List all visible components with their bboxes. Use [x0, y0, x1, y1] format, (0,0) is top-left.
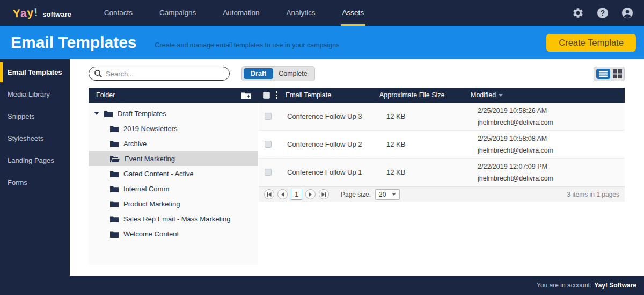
sidebar-item-landing-pages[interactable]: Landing Pages [0, 150, 70, 170]
modified-column-label: Modified [471, 91, 496, 99]
tree-node-product-marketing[interactable]: Product Marketing [89, 196, 258, 211]
template-modified: 2/25/2019 10:58:26 AM jhelmbrecht@delivr… [478, 105, 625, 128]
template-modified: 2/22/2019 12:07:09 PM jhelmbrecht@delivr… [478, 161, 625, 184]
toggle-draft-button[interactable]: Draft [244, 68, 273, 79]
folder-icon [104, 110, 113, 117]
sidebar-item-forms[interactable]: Forms [0, 172, 70, 192]
account-footer: You are in account: Yay! Software [0, 276, 644, 295]
sort-desc-icon [499, 94, 503, 97]
template-name[interactable]: Conference Follow Up 3 [287, 112, 386, 120]
tree-node-event-marketing[interactable]: Event Marketing [89, 151, 258, 166]
table-row: Conference Follow Up 1 12 KB 2/22/2019 1… [259, 159, 625, 186]
table-row: Conference Follow Up 3 12 KB 2/25/2019 1… [259, 103, 625, 131]
account-profile-icon[interactable] [621, 7, 633, 19]
column-header-folder: Folder [89, 91, 258, 99]
tree-node-draft-templates[interactable]: Draft Templates [89, 106, 258, 121]
tree-node-2019-newsletters[interactable]: 2019 Newsletters [89, 121, 258, 136]
folder-column-label: Folder [96, 91, 115, 99]
folder-open-icon [110, 155, 120, 162]
next-page-button[interactable] [305, 189, 316, 199]
folder-icon [110, 170, 119, 177]
main-nav: Contacts Campaigns Automation Analytics … [91, 0, 377, 26]
tree-node-welcome-content[interactable]: Welcome Content [89, 226, 258, 241]
template-name[interactable]: Conference Follow Up 1 [287, 168, 386, 176]
current-page-number[interactable]: 1 [291, 189, 302, 200]
page-size-select[interactable]: 20 [375, 189, 400, 200]
nav-item-assets[interactable]: Assets [329, 0, 378, 26]
row-checkbox[interactable] [265, 113, 272, 120]
modified-date: 2/22/2019 12:07:09 PM [478, 161, 625, 172]
page-header-band: Email Templates Create and manage email … [0, 26, 644, 59]
first-page-button[interactable] [264, 189, 274, 199]
folder-icon [110, 215, 119, 222]
help-icon[interactable]: ? [597, 7, 609, 19]
nav-item-campaigns[interactable]: Campaigns [146, 0, 209, 26]
modified-date: 2/25/2019 10:58:08 AM [478, 133, 625, 145]
folder-icon [110, 125, 119, 132]
view-mode-toggle [594, 67, 625, 81]
table-header: Folder Email Template Approximate File S… [89, 88, 625, 103]
search-icon [94, 69, 103, 78]
row-checkbox[interactable] [265, 169, 272, 176]
last-page-button[interactable] [319, 189, 329, 199]
main-content: Draft Complete [70, 59, 644, 276]
template-size: 12 KB [386, 140, 478, 148]
page-subtitle: Create and manage email templates to use… [155, 41, 340, 49]
modified-by-email: jhelmbrecht@delivra.com [478, 145, 625, 156]
sidebar-item-email-templates[interactable]: Email Templates [0, 62, 70, 82]
column-header-file-size[interactable]: Approximate File Size [379, 91, 471, 99]
template-modified: 2/25/2019 10:58:08 AM jhelmbrecht@delivr… [478, 133, 625, 156]
template-list: Conference Follow Up 3 12 KB 2/25/2019 1… [259, 103, 625, 265]
list-view-icon[interactable] [596, 69, 610, 79]
tree-node-gated-content-active[interactable]: Gated Content - Active [89, 166, 258, 181]
tree-node-label: Archive [123, 140, 147, 148]
select-all-checkbox[interactable] [263, 92, 270, 99]
chevron-down-icon [392, 193, 396, 196]
folder-icon [110, 200, 119, 207]
page-title: Email Templates [11, 33, 137, 52]
tree-node-label: Product Marketing [123, 200, 180, 208]
template-name[interactable]: Conference Follow Up 2 [287, 140, 386, 148]
create-template-button[interactable]: Create Template [546, 34, 636, 52]
account-name: Yay! Software [594, 282, 636, 289]
row-checkbox[interactable] [265, 141, 272, 148]
template-size: 12 KB [386, 112, 478, 120]
tree-node-label: Sales Rep Email - Mass Marketing [123, 215, 230, 223]
svg-text:?: ? [601, 9, 605, 17]
tree-node-archive[interactable]: Archive [89, 136, 258, 151]
folder-tree: Draft Templates 2019 Newsletters Archive… [89, 103, 258, 265]
account-footer-prefix: You are in account: [537, 282, 591, 289]
bulk-actions-kebab-icon[interactable] [276, 91, 286, 99]
sidebar-item-snippets[interactable]: Snippets [0, 106, 70, 126]
tree-node-label: Internal Comm [123, 185, 169, 193]
page-size-label: Page size: [341, 191, 371, 198]
tree-expand-caret-icon[interactable] [94, 112, 99, 115]
page-size-value: 20 [379, 191, 386, 198]
search-input[interactable] [89, 67, 230, 81]
column-header-email-template[interactable]: Email Template [286, 91, 379, 99]
brand-logo[interactable]: Yay! software [13, 6, 71, 19]
sidebar-item-media-library[interactable]: Media Library [0, 84, 70, 104]
template-size: 12 KB [386, 168, 478, 176]
toggle-complete-button[interactable]: Complete [273, 68, 313, 79]
prev-page-button[interactable] [277, 189, 288, 199]
tree-node-internal-comm[interactable]: Internal Comm [89, 181, 258, 196]
grid-view-icon[interactable] [613, 69, 622, 78]
table-row: Conference Follow Up 2 12 KB 2/25/2019 1… [259, 131, 625, 159]
add-folder-icon[interactable] [241, 91, 251, 99]
sidebar-item-stylesheets[interactable]: Stylesheets [0, 128, 70, 148]
tree-node-label: Welcome Content [123, 230, 179, 238]
nav-item-analytics[interactable]: Analytics [273, 0, 329, 26]
top-navbar: Yay! software Contacts Campaigns Automat… [0, 0, 644, 26]
tree-node-sales-rep-email[interactable]: Sales Rep Email - Mass Marketing [89, 211, 258, 226]
modified-date: 2/25/2019 10:58:26 AM [478, 105, 625, 117]
modified-by-email: jhelmbrecht@delivra.com [478, 117, 625, 128]
nav-item-contacts[interactable]: Contacts [91, 0, 146, 26]
folder-icon [110, 185, 119, 192]
nav-utility-icons: ? [572, 7, 644, 19]
search-box [89, 67, 230, 81]
nav-item-automation[interactable]: Automation [209, 0, 273, 26]
settings-gear-icon[interactable] [572, 7, 584, 19]
column-header-modified[interactable]: Modified [471, 91, 625, 99]
tree-node-label: Event Marketing [125, 155, 175, 163]
